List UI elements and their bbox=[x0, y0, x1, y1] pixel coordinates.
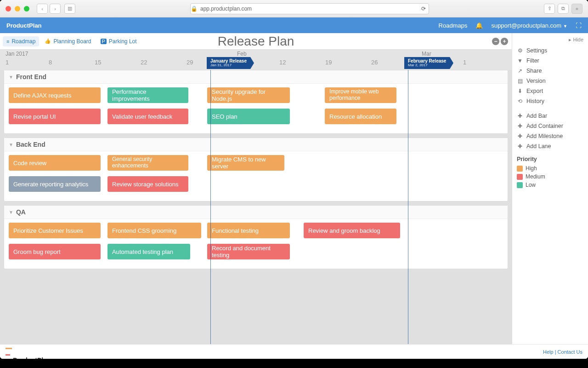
lane-title: Front End bbox=[16, 73, 46, 80]
lane: ▼QAPrioritize Customer IssuesFrontend CS… bbox=[4, 205, 508, 269]
version-icon: ▤ bbox=[517, 78, 523, 84]
lane-title: Back End bbox=[16, 141, 45, 148]
sidebar-share[interactable]: ↗Share bbox=[517, 66, 583, 76]
roadmap-bar[interactable]: Improve mobile web performance bbox=[325, 87, 396, 103]
legend-swatch bbox=[517, 166, 523, 172]
nav-back-button[interactable]: ‹ bbox=[37, 4, 48, 14]
day-tick: 8 bbox=[49, 59, 52, 66]
share-icon[interactable]: ⇪ bbox=[544, 4, 555, 14]
plus-icon: ✚ bbox=[517, 113, 523, 119]
chevron-down-icon: ▼ bbox=[9, 142, 13, 147]
zoom-in-button[interactable]: + bbox=[501, 38, 508, 45]
roadmap-bar[interactable]: Generate reporting analytics bbox=[9, 176, 101, 192]
view-tabs: ≡Roadmap 👍Planning Board PParking Lot Re… bbox=[0, 33, 512, 50]
roadmap-bar[interactable]: Define AJAX requests bbox=[9, 87, 101, 103]
timeline-header: Jan 2017 Feb Mar 18152229512192651 Janua… bbox=[0, 50, 512, 70]
roadmap-bar[interactable]: Review storage solutions bbox=[107, 176, 188, 192]
roadmap-canvas[interactable]: ▼Front EndDefine AJAX requestsPerformanc… bbox=[0, 70, 512, 344]
url-text: app.productplan.com bbox=[200, 6, 252, 12]
history-icon: ⟲ bbox=[517, 98, 523, 104]
lock-icon: 🔒 bbox=[191, 6, 198, 12]
new-tab-icon[interactable]: + bbox=[571, 4, 582, 14]
day-tick: 19 bbox=[325, 59, 332, 66]
legend-swatch bbox=[517, 174, 523, 180]
roadmap-bar[interactable]: SEO plan bbox=[207, 109, 290, 124]
roadmap-bar[interactable]: Automated testing plan bbox=[107, 244, 190, 259]
roadmap-bar[interactable]: Validate user feedback bbox=[107, 109, 188, 124]
chevron-down-icon: ▼ bbox=[9, 75, 13, 80]
app-brand[interactable]: ProductPlan bbox=[6, 22, 42, 29]
window-close-icon[interactable] bbox=[6, 6, 11, 12]
roadmap-bar[interactable]: Migrate CMS to new server bbox=[207, 155, 284, 171]
sidebar-toggle-icon[interactable]: ▥ bbox=[64, 4, 75, 14]
lane-header[interactable]: ▼Front End bbox=[4, 70, 508, 84]
month-label: Jan 2017 bbox=[6, 51, 28, 57]
legend-item: Medium bbox=[517, 172, 583, 181]
roadmap-icon: ≡ bbox=[6, 39, 9, 44]
parking-icon: P bbox=[101, 39, 107, 44]
chevron-down-icon: ▼ bbox=[9, 210, 13, 215]
hide-sidebar-button[interactable]: ▸ Hide bbox=[517, 37, 583, 43]
footer-brand[interactable]: ProductPlan bbox=[6, 344, 51, 359]
tab-parking-lot[interactable]: PParking Lot bbox=[97, 36, 141, 46]
day-tick: 22 bbox=[141, 59, 147, 66]
sidebar-history[interactable]: ⟲History bbox=[517, 96, 583, 106]
legend-title: Priority bbox=[517, 156, 583, 162]
milestone-line bbox=[408, 70, 408, 344]
roadmap-bar[interactable]: Resource allocation bbox=[325, 109, 396, 124]
roadmap-bar[interactable]: Functional testing bbox=[207, 223, 290, 238]
legend-item: Low bbox=[517, 181, 583, 189]
month-label: Feb bbox=[237, 51, 247, 57]
roadmap-bar[interactable]: Code review bbox=[9, 155, 101, 171]
roadmap-bar[interactable]: Prioritize Customer Issues bbox=[9, 223, 101, 238]
window-minimize-icon[interactable] bbox=[15, 6, 20, 12]
roadmap-bar[interactable]: Revise portal UI bbox=[9, 109, 101, 124]
sidebar-export[interactable]: ⬇Export bbox=[517, 86, 583, 96]
contact-link[interactable]: Contact Us bbox=[558, 349, 582, 355]
notifications-icon[interactable]: 🔔 bbox=[475, 22, 483, 29]
milestone-flag[interactable]: January ReleaseJan 31, 2017 bbox=[207, 57, 250, 69]
board-icon: 👍 bbox=[45, 38, 51, 44]
sidebar-add-milestone[interactable]: ✚Add Milestone bbox=[517, 131, 583, 141]
milestone-flag[interactable]: February ReleaseMar 2, 2017 bbox=[404, 57, 450, 69]
day-tick: 1 bbox=[6, 59, 9, 66]
help-link[interactable]: Help bbox=[543, 349, 554, 355]
sidebar-add-lane[interactable]: ✚Add Lane bbox=[517, 141, 583, 151]
sidebar-settings[interactable]: ⚙Settings bbox=[517, 46, 583, 56]
plus-icon: ✚ bbox=[517, 133, 523, 139]
day-tick: 12 bbox=[279, 59, 286, 66]
roadmap-bar[interactable]: Security upgrade for Node.js bbox=[207, 87, 290, 103]
roadmap-bar[interactable]: General security enhancements bbox=[107, 155, 188, 171]
fullscreen-icon[interactable]: ⛶ bbox=[576, 22, 582, 29]
roadmap-bar[interactable]: Record and document testing bbox=[207, 244, 290, 259]
tab-planning-board[interactable]: 👍Planning Board bbox=[41, 36, 95, 46]
day-tick: 1 bbox=[463, 59, 466, 66]
nav-roadmaps[interactable]: Roadmaps bbox=[439, 22, 468, 29]
day-tick: 29 bbox=[187, 59, 193, 66]
zoom-out-button[interactable]: − bbox=[492, 38, 499, 45]
tab-roadmap[interactable]: ≡Roadmap bbox=[3, 36, 39, 46]
legend-item: High bbox=[517, 164, 583, 172]
filter-icon: ▼ bbox=[517, 58, 523, 64]
sidebar-add-container[interactable]: ✚Add Container bbox=[517, 121, 583, 131]
sidebar-filter[interactable]: ▼Filter bbox=[517, 56, 583, 66]
tabs-icon[interactable]: ⧉ bbox=[558, 4, 569, 14]
right-sidebar: ▸ Hide ⚙Settings▼Filter↗Share▤Version⬇Ex… bbox=[512, 33, 588, 344]
app-header: ProductPlan Roadmaps 🔔 support@productpl… bbox=[0, 17, 588, 33]
roadmap-bar[interactable]: Performance improvements bbox=[107, 87, 188, 103]
day-tick: 26 bbox=[371, 59, 378, 66]
roadmap-bar[interactable]: Frontend CSS grooming bbox=[107, 223, 201, 238]
reload-icon[interactable]: ⟳ bbox=[421, 6, 426, 12]
sidebar-version[interactable]: ▤Version bbox=[517, 76, 583, 86]
window-zoom-icon[interactable] bbox=[24, 6, 29, 12]
nav-fwd-button[interactable]: › bbox=[50, 4, 61, 14]
sidebar-add-bar[interactable]: ✚Add Bar bbox=[517, 111, 583, 121]
lane-header[interactable]: ▼Back End bbox=[4, 138, 508, 151]
address-bar[interactable]: 🔒 app.productplan.com ⟳ bbox=[190, 3, 429, 14]
milestone-line bbox=[210, 70, 211, 344]
user-menu[interactable]: support@productplan.com▼ bbox=[491, 22, 567, 29]
roadmap-bar[interactable]: Review and groom backlog bbox=[304, 223, 400, 238]
plus-icon: ✚ bbox=[517, 143, 523, 150]
roadmap-bar[interactable]: Groom bug report bbox=[9, 244, 101, 259]
lane-header[interactable]: ▼QA bbox=[4, 206, 508, 219]
